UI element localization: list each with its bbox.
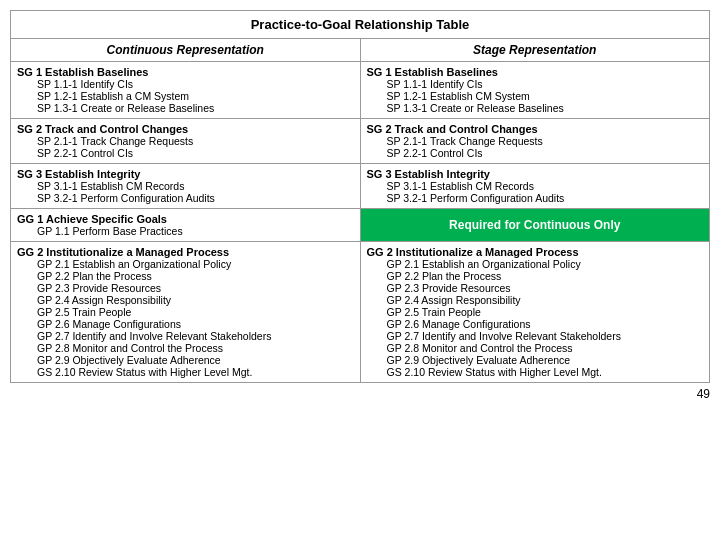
gg-label: GG 2 Institutionalize a Managed Process [17, 246, 354, 258]
col1-cell: SG 1 Establish BaselinesSP 1.1-1 Identif… [11, 62, 361, 119]
table-row: GG 1 Achieve Specific GoalsGP 1.1 Perfor… [11, 209, 710, 242]
gp-item: GP 2.7 Identify and Involve Relevant Sta… [367, 330, 704, 342]
gp-item: GP 2.1 Establish an Organizational Polic… [17, 258, 354, 270]
gp-item: GP 2.6 Manage Configurations [17, 318, 354, 330]
sp-item: SP 1.1-1 Identify CIs [367, 78, 704, 90]
gp-item: GP 2.9 Objectively Evaluate Adherence [17, 354, 354, 366]
col1-cell: GG 1 Achieve Specific GoalsGP 1.1 Perfor… [11, 209, 361, 242]
table-title: Practice-to-Goal Relationship Table [11, 11, 710, 39]
gp-item: GP 2.3 Provide Resources [367, 282, 704, 294]
gp-item: GS 2.10 Review Status with Higher Level … [17, 366, 354, 378]
gp-item: GP 2.2 Plan the Process [17, 270, 354, 282]
gg-label: GG 1 Achieve Specific Goals [17, 213, 354, 225]
gp-item: GP 2.2 Plan the Process [367, 270, 704, 282]
gp-item: GP 2.1 Establish an Organizational Polic… [367, 258, 704, 270]
gp-item: GP 2.4 Assign Responsibility [367, 294, 704, 306]
sp-item: SP 3.1-1 Establish CM Records [17, 180, 354, 192]
gp-item: GP 2.3 Provide Resources [17, 282, 354, 294]
gp-item: GP 2.7 Identify and Involve Relevant Sta… [17, 330, 354, 342]
col2-cell: GG 2 Institutionalize a Managed ProcessG… [360, 242, 710, 383]
required-only-cell: Required for Continuous Only [360, 209, 710, 242]
gp-item: GP 2.8 Monitor and Control the Process [17, 342, 354, 354]
gp-item: GP 2.4 Assign Responsibility [17, 294, 354, 306]
gp-item: GP 2.5 Train People [17, 306, 354, 318]
sp-item: SP 3.2-1 Perform Configuration Audits [367, 192, 704, 204]
table-row: SG 3 Establish IntegritySP 3.1-1 Establi… [11, 164, 710, 209]
sg-label: SG 2 Track and Control Changes [367, 123, 704, 135]
gp-item: GP 2.9 Objectively Evaluate Adherence [367, 354, 704, 366]
sp-item: SP 1.2-1 Establish a CM System [17, 90, 354, 102]
page-number: 49 [10, 387, 710, 401]
col1-cell: GG 2 Institutionalize a Managed ProcessG… [11, 242, 361, 383]
gp-item: GP 2.8 Monitor and Control the Process [367, 342, 704, 354]
gp-item: GP 2.6 Manage Configurations [367, 318, 704, 330]
sp-item: SP 2.1-1 Track Change Requests [17, 135, 354, 147]
sg-label: SG 1 Establish Baselines [367, 66, 704, 78]
sg-label: SG 3 Establish Integrity [367, 168, 704, 180]
gp-item: GP 1.1 Perform Base Practices [17, 225, 354, 237]
sg-label: SG 3 Establish Integrity [17, 168, 354, 180]
sp-item: SP 1.3-1 Create or Release Baselines [367, 102, 704, 114]
page-wrapper: Practice-to-Goal Relationship Table Cont… [10, 10, 710, 401]
sp-item: SP 1.2-1 Establish CM System [367, 90, 704, 102]
table-row: SG 2 Track and Control ChangesSP 2.1-1 T… [11, 119, 710, 164]
gp-item: GP 2.5 Train People [367, 306, 704, 318]
sg-label: SG 1 Establish Baselines [17, 66, 354, 78]
sg-label: SG 2 Track and Control Changes [17, 123, 354, 135]
sp-item: SP 1.3-1 Create or Release Baselines [17, 102, 354, 114]
sp-item: SP 2.2-1 Control CIs [17, 147, 354, 159]
table-row: SG 1 Establish BaselinesSP 1.1-1 Identif… [11, 62, 710, 119]
sp-item: SP 3.2-1 Perform Configuration Audits [17, 192, 354, 204]
gp-item: GS 2.10 Review Status with Higher Level … [367, 366, 704, 378]
sp-item: SP 3.1-1 Establish CM Records [367, 180, 704, 192]
col1-cell: SG 3 Establish IntegritySP 3.1-1 Establi… [11, 164, 361, 209]
col2-cell: SG 2 Track and Control ChangesSP 2.1-1 T… [360, 119, 710, 164]
col2-header: Stage Representation [360, 39, 710, 62]
col1-cell: SG 2 Track and Control ChangesSP 2.1-1 T… [11, 119, 361, 164]
col2-cell: SG 3 Establish IntegritySP 3.1-1 Establi… [360, 164, 710, 209]
main-table: Practice-to-Goal Relationship Table Cont… [10, 10, 710, 383]
table-row: GG 2 Institutionalize a Managed ProcessG… [11, 242, 710, 383]
col1-header: Continuous Representation [11, 39, 361, 62]
gg-label: GG 2 Institutionalize a Managed Process [367, 246, 704, 258]
sp-item: SP 1.1-1 Identify CIs [17, 78, 354, 90]
sp-item: SP 2.2-1 Control CIs [367, 147, 704, 159]
col2-cell: SG 1 Establish BaselinesSP 1.1-1 Identif… [360, 62, 710, 119]
sp-item: SP 2.1-1 Track Change Requests [367, 135, 704, 147]
